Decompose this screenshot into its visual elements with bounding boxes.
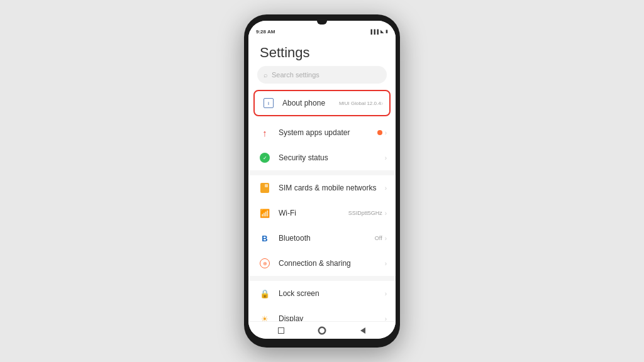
section-divider-2 <box>248 276 396 281</box>
sim-cards-label: SIM cards & mobile networks <box>279 184 385 192</box>
display-text: Display <box>279 314 385 321</box>
wifi-label: Wi-Fi <box>279 209 348 217</box>
connection-sharing-item[interactable]: ⊕ Connection & sharing › <box>248 251 396 276</box>
wifi-right: SSIDptt5GHz › <box>348 210 387 217</box>
status-time: 9:28 AM <box>256 29 275 35</box>
search-icon: ⌕ <box>264 71 268 79</box>
lock-chevron: › <box>385 290 387 297</box>
display-item[interactable]: ☀ Display › <box>248 306 396 321</box>
system-apps-label: System apps updater <box>279 128 377 137</box>
page-title: Settings <box>248 38 396 66</box>
sim-icon <box>257 180 272 195</box>
notch <box>317 21 327 25</box>
system-apps-updater-item[interactable]: ↑ System apps updater › <box>248 120 396 145</box>
wifi-text: Wi-Fi <box>279 209 348 217</box>
bluetooth-text: Bluetooth <box>279 234 375 243</box>
bluetooth-value: Off <box>375 235 382 241</box>
battery-icon: ▮ <box>386 29 388 34</box>
connection-sharing-text: Connection & sharing <box>279 259 385 268</box>
wifi-item[interactable]: 📶 Wi-Fi SSIDptt5GHz › <box>248 200 396 226</box>
phone-screen: 9:28 AM ▐▐▐ ◣ ▮ Settings ⌕ Search settin… <box>248 21 396 339</box>
sim-right: › <box>385 185 387 192</box>
nav-recent-button[interactable] <box>276 326 286 336</box>
search-placeholder: Search settings <box>272 71 319 79</box>
connection-right: › <box>385 260 387 267</box>
about-phone-item[interactable]: i About phone MIUI Global 12.0.4 › <box>253 90 391 116</box>
section-divider-1 <box>248 170 396 175</box>
sim-cards-text: SIM cards & mobile networks <box>279 184 385 192</box>
phone-device: 9:28 AM ▐▐▐ ◣ ▮ Settings ⌕ Search settin… <box>244 14 400 348</box>
lock-screen-label: Lock screen <box>279 289 385 298</box>
search-bar[interactable]: ⌕ Search settings <box>257 66 387 84</box>
system-apps-right: › <box>377 129 387 136</box>
bluetooth-icon: B <box>257 231 272 246</box>
lock-screen-icon: 🔒 <box>257 286 272 301</box>
bluetooth-chevron: › <box>385 235 387 242</box>
status-bar: 9:28 AM ▐▐▐ ◣ ▮ <box>248 21 396 38</box>
display-chevron: › <box>385 315 387 322</box>
sim-chevron: › <box>385 185 387 192</box>
wifi-value: SSIDptt5GHz <box>348 210 382 216</box>
bluetooth-right: Off › <box>375 235 387 242</box>
security-status-label: Security status <box>279 153 385 162</box>
about-phone-label: About phone <box>282 99 336 107</box>
about-phone-icon: i <box>261 96 276 111</box>
security-chevron: › <box>385 155 387 162</box>
security-status-text: Security status <box>279 153 385 162</box>
about-phone-chevron: › <box>381 100 383 107</box>
alert-indicator <box>377 130 382 135</box>
status-icons: ▐▐▐ ◣ ▮ <box>369 29 388 34</box>
display-label: Display <box>279 314 385 321</box>
about-phone-text: About phone <box>282 99 336 107</box>
wifi-icon: 📶 <box>257 206 272 221</box>
nav-back-button[interactable] <box>358 326 368 336</box>
sim-cards-item[interactable]: SIM cards & mobile networks › <box>248 175 396 200</box>
nav-home-icon <box>319 327 325 334</box>
lock-screen-item[interactable]: 🔒 Lock screen › <box>248 281 396 306</box>
nav-recent-icon <box>278 327 284 334</box>
security-icon: ✓ <box>257 150 272 165</box>
signal-icon: ▐▐▐ <box>369 30 379 34</box>
connection-chevron: › <box>385 260 387 267</box>
system-apps-chevron: › <box>385 129 387 136</box>
connection-sharing-label: Connection & sharing <box>279 259 385 268</box>
wifi-status-icon: ◣ <box>380 29 384 34</box>
bottom-nav <box>248 321 396 339</box>
connection-icon: ⊕ <box>257 256 272 271</box>
bluetooth-label: Bluetooth <box>279 234 375 243</box>
system-update-icon: ↑ <box>257 125 272 140</box>
security-status-right: › <box>385 155 387 162</box>
bluetooth-item[interactable]: B Bluetooth Off › <box>248 226 396 251</box>
system-apps-text: System apps updater <box>279 128 377 137</box>
nav-home-button[interactable] <box>317 326 327 336</box>
wifi-chevron: › <box>385 210 387 217</box>
display-right: › <box>385 315 387 322</box>
nav-back-icon <box>360 327 365 334</box>
miui-version: MIUI Global 12.0.4 <box>339 101 381 106</box>
lock-screen-text: Lock screen <box>279 289 385 298</box>
settings-content: Settings ⌕ Search settings i About phone… <box>248 38 396 321</box>
lock-right: › <box>385 290 387 297</box>
security-status-item[interactable]: ✓ Security status › <box>248 145 396 170</box>
display-icon: ☀ <box>257 311 272 321</box>
